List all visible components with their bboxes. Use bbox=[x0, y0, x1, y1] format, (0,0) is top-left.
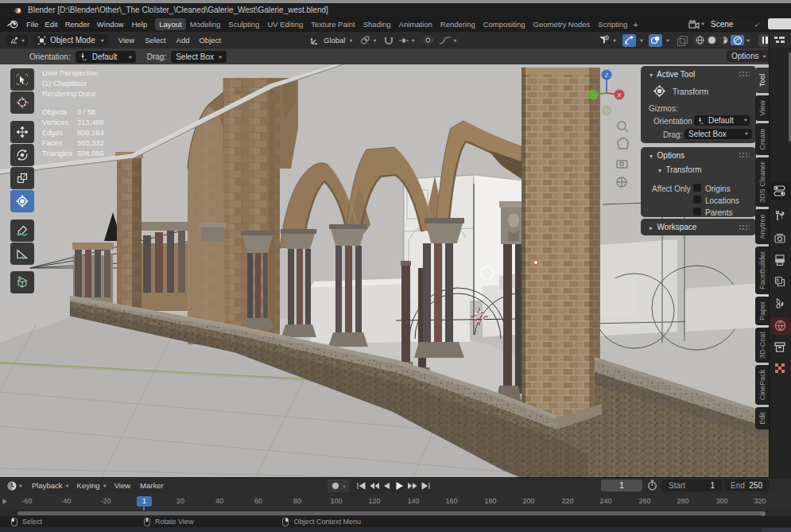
svg-text:Z: Z bbox=[605, 72, 609, 79]
svg-text:X: X bbox=[617, 91, 622, 99]
